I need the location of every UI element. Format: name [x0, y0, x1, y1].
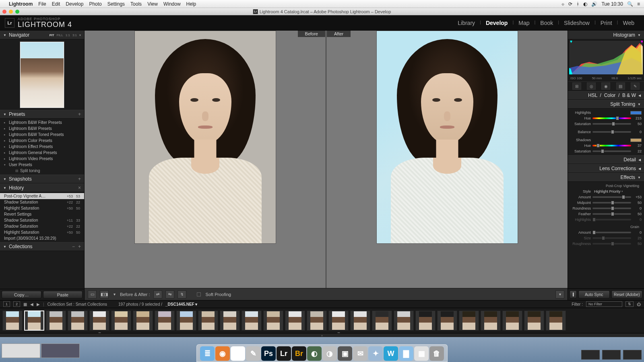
minimize-window-icon[interactable]: [9, 10, 13, 14]
sync-switch-icon[interactable]: ⏽: [570, 290, 577, 298]
filter-switch-icon[interactable]: ⏻: [637, 302, 641, 306]
filmstrip-thumbnail[interactable]: [502, 311, 522, 331]
redeye-tool-icon[interactable]: ◉: [601, 82, 610, 90]
dock-app-icon[interactable]: ✎: [246, 346, 260, 361]
spot-tool-icon[interactable]: ◎: [587, 82, 596, 90]
nav-1to1[interactable]: 1:1: [66, 33, 70, 37]
pcv-midpoint-value[interactable]: 50: [631, 201, 642, 205]
source-label[interactable]: Collection Set : Smart Collections: [47, 302, 107, 306]
crop-tool-icon[interactable]: ⊞: [572, 82, 581, 90]
menu-tools[interactable]: Tools: [130, 1, 142, 7]
effects-header[interactable]: Effects ▼: [568, 173, 644, 182]
dock-app-icon[interactable]: ✦: [368, 346, 383, 361]
hl-sat-value[interactable]: 50: [631, 122, 642, 126]
pcv-style-dropdown[interactable]: Highlight Priority: [594, 189, 623, 193]
filmstrip-grip[interactable]: ▲: [0, 333, 644, 337]
module-web[interactable]: Web: [618, 20, 639, 26]
after-pane[interactable]: After: [326, 31, 568, 288]
soft-proof-checkbox[interactable]: [197, 292, 201, 296]
before-pane[interactable]: Before: [85, 31, 326, 288]
filmstrip-thumbnail[interactable]: [242, 311, 262, 331]
module-slideshow[interactable]: Slideshow: [559, 20, 594, 26]
dock-minimized-app[interactable]: [602, 350, 621, 360]
filmstrip-thumbnail[interactable]: [46, 311, 66, 331]
module-develop[interactable]: Develop: [481, 20, 512, 26]
filmstrip-thumbnail[interactable]: [307, 311, 327, 331]
dock-minimized-app[interactable]: [623, 350, 642, 360]
add-snapshot-icon[interactable]: +: [78, 176, 81, 182]
sh-hue-value[interactable]: 37: [631, 144, 642, 148]
dock-app-icon[interactable]: ◑: [322, 346, 337, 361]
menu-help[interactable]: Help: [186, 1, 196, 7]
preset-item[interactable]: Split toning: [0, 168, 84, 174]
copy-after-to-before-icon[interactable]: ↯: [178, 290, 186, 298]
loupe-view-icon[interactable]: ▭: [88, 290, 97, 298]
balance-slider[interactable]: [592, 131, 631, 133]
split-toning-header[interactable]: Split Toning ▼: [568, 100, 644, 109]
module-print[interactable]: Print: [596, 20, 617, 26]
copy-button[interactable]: Copy…: [2, 291, 41, 298]
dock-app-icon[interactable]: Ps: [261, 346, 276, 361]
filmstrip-thumbnail[interactable]: [285, 311, 305, 331]
history-step[interactable]: Shadow Saturation+2222: [0, 199, 84, 205]
filmstrip-thumbnail[interactable]: [133, 311, 153, 331]
filter-lock-icon[interactable]: ⇅: [625, 301, 634, 307]
collections-header[interactable]: ▼ Collections − +: [0, 242, 84, 251]
filmstrip-thumbnail[interactable]: [350, 311, 370, 331]
clear-history-icon[interactable]: ×: [78, 185, 81, 191]
dock-app-icon[interactable]: 🗑: [429, 346, 444, 361]
clock[interactable]: Tue 10:30: [601, 1, 623, 7]
display-icon[interactable]: ◐: [583, 1, 587, 7]
histogram-header[interactable]: Histogram ▼: [568, 31, 644, 39]
sync-icon[interactable]: ⟳: [568, 1, 572, 7]
module-library[interactable]: Library: [453, 20, 480, 26]
navigator-header[interactable]: ▼ Navigator FIT FILL 1:1 3:1 ▾: [0, 31, 84, 39]
dock-minimized-app[interactable]: [581, 350, 600, 360]
preset-folder-user[interactable]: User Presets: [0, 162, 84, 168]
filmstrip-thumbnail[interactable]: [459, 311, 479, 331]
auto-sync-button[interactable]: Auto Sync: [578, 290, 610, 298]
pcv-midpoint-slider[interactable]: [592, 202, 631, 204]
filmstrip-thumbnail[interactable]: [415, 311, 436, 331]
pcv-feather-value[interactable]: 50: [631, 212, 642, 216]
snapshots-header[interactable]: ▼ Snapshots +: [0, 175, 84, 183]
dock-app-icon[interactable]: W: [384, 346, 398, 361]
dock-app-icon[interactable]: ◉: [215, 346, 230, 361]
dock-app-icon[interactable]: Lr: [277, 346, 291, 361]
filmstrip-thumbnail[interactable]: [372, 311, 392, 331]
pcv-amount-slider[interactable]: [592, 196, 631, 198]
bluetooth-icon[interactable]: ᚼ: [576, 1, 579, 7]
navigator-preview[interactable]: [0, 39, 84, 110]
history-step[interactable]: Revert Settings: [0, 211, 84, 217]
nav-fit[interactable]: FIT: [50, 33, 54, 37]
dock-app-icon[interactable]: ▣: [338, 346, 352, 361]
dock-app-icon[interactable]: ▇: [399, 346, 413, 361]
toolbar-menu-icon[interactable]: ▾: [555, 290, 564, 298]
menu-view[interactable]: View: [147, 1, 158, 7]
copy-before-to-after-icon[interactable]: ⇆: [165, 290, 174, 298]
compare-view-icon[interactable]: ◧◨: [100, 290, 109, 298]
dropbox-icon[interactable]: ⟐: [561, 1, 564, 7]
add-preset-icon[interactable]: +: [78, 111, 81, 117]
history-step[interactable]: Shadow Saturation+2222: [0, 223, 84, 229]
notifications-icon[interactable]: ≡: [637, 1, 640, 7]
balance-value[interactable]: 0: [631, 130, 642, 134]
hsl-header[interactable]: HSL / Color / B & W ◀: [568, 91, 644, 100]
menu-settings[interactable]: Settings: [107, 1, 125, 7]
dock-app-icon[interactable]: ◐: [307, 346, 322, 361]
zoom-window-icon[interactable]: [15, 10, 19, 14]
menu-photo[interactable]: Photo: [89, 1, 101, 7]
secondary-display-1[interactable]: 1: [3, 301, 10, 307]
detail-header[interactable]: Detail ◀: [568, 155, 644, 164]
filmstrip-thumbnail[interactable]: [437, 311, 457, 331]
preset-folder[interactable]: Lightroom Video Presets: [0, 156, 84, 162]
filmstrip-thumbnail[interactable]: [24, 311, 44, 331]
dock-app-icon[interactable]: ✉: [353, 346, 367, 361]
menu-develop[interactable]: Develop: [66, 1, 83, 7]
grain-amount-value[interactable]: 0: [631, 230, 642, 234]
dock-app-icon[interactable]: ≣: [200, 346, 215, 361]
filmstrip[interactable]: ••••••••••: [0, 308, 644, 333]
filmstrip-thumbnail[interactable]: [481, 311, 501, 331]
preset-folder[interactable]: Lightroom Effect Presets: [0, 144, 84, 150]
filmstrip-thumbnail[interactable]: [394, 311, 414, 331]
